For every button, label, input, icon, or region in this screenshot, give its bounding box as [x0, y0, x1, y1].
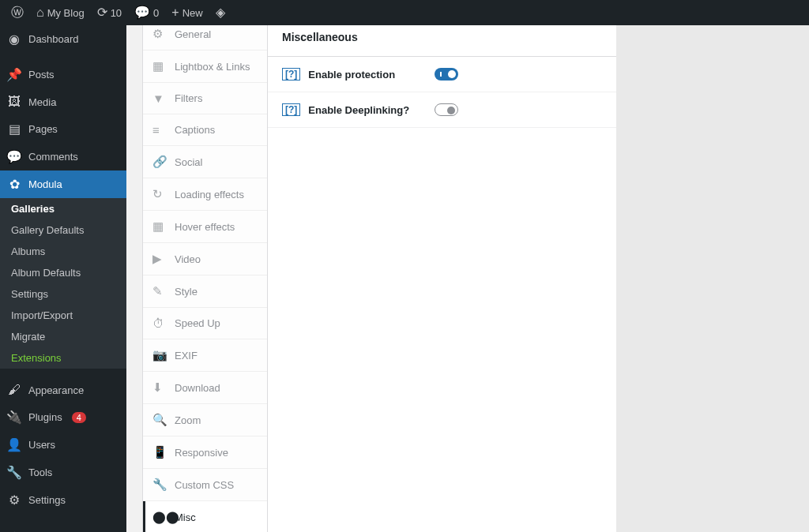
admin-sidebar: ◉Dashboard 📌Posts 🖼Media ▤Pages 💬Comment… [0, 25, 126, 532]
row-label: Enable Deeplinking? [308, 104, 427, 116]
grid-icon: ▦ [152, 59, 167, 73]
row-label: Enable protection [308, 69, 427, 81]
menu-dashboard[interactable]: ◉Dashboard [0, 25, 126, 53]
toggle-deeplinking[interactable] [435, 103, 458, 116]
submenu-galleries[interactable]: Galleries [0, 198, 126, 219]
menu-plugins[interactable]: 🔌Plugins4 [0, 403, 126, 431]
tab-lightbox[interactable]: ▦Lightbox & Links [143, 51, 267, 83]
brush-icon: 🖌 [6, 383, 22, 397]
submenu-migrate[interactable]: Migrate [0, 326, 126, 347]
modula-submenu: Galleries Gallery Defaults Albums Album … [0, 198, 126, 369]
menu-pages[interactable]: ▤Pages [0, 115, 126, 143]
user-icon: 👤 [6, 437, 22, 452]
text-icon: ≡ [152, 123, 167, 137]
download-icon: ⬇ [152, 380, 167, 395]
dashboard-icon: ◉ [6, 32, 22, 47]
comment-icon: 💬 [134, 6, 150, 19]
tab-loading[interactable]: ↻Loading effects [143, 178, 267, 211]
tab-filters[interactable]: ▼Filters [143, 83, 267, 114]
menu-modula[interactable]: ✿Modula [0, 170, 126, 198]
wp-logo[interactable]: ⓦ [5, 0, 30, 25]
tab-zoom[interactable]: 🔍Zoom [143, 404, 267, 436]
tab-speedup[interactable]: ⏱Speed Up [143, 308, 267, 339]
updates-count: 10 [111, 7, 122, 19]
tab-custom-css[interactable]: 🔧Custom CSS [143, 469, 267, 501]
submenu-albums[interactable]: Albums [0, 241, 126, 262]
tab-video[interactable]: ▶Video [143, 243, 267, 275]
reload-icon: ↻ [152, 187, 167, 201]
toggle-protection[interactable] [435, 68, 458, 81]
diamond-icon: ◈ [216, 6, 225, 19]
search-icon: 🔍 [152, 413, 167, 427]
submenu-gallery-defaults[interactable]: Gallery Defaults [0, 219, 126, 241]
site-name: My Blog [47, 7, 85, 19]
tab-hover[interactable]: ▦Hover effects [143, 211, 267, 243]
submenu-settings[interactable]: Settings [0, 283, 126, 305]
help-icon[interactable]: [?] [282, 68, 300, 81]
camera-icon: 📷 [152, 348, 167, 362]
tab-captions[interactable]: ≡Captions [143, 114, 267, 146]
wrench-icon: 🔧 [6, 465, 22, 480]
funnel-icon: ▼ [152, 92, 167, 105]
sliders-icon: ⚙ [6, 493, 22, 508]
gauge-icon: ⏱ [152, 317, 167, 330]
admin-bar: ⓦ ⌂My Blog ⟳10 💬0 +New ◈ [0, 0, 809, 25]
page-icon: ▤ [6, 122, 22, 137]
litespeed-icon: ◈ [6, 528, 22, 532]
comments-count: 0 [153, 7, 159, 19]
submenu-import-export[interactable]: Import/Export [0, 305, 126, 326]
tab-download[interactable]: ⬇Download [143, 372, 267, 404]
menu-users[interactable]: 👤Users [0, 431, 126, 459]
tab-responsive[interactable]: 📱Responsive [143, 436, 267, 469]
plug-icon: 🔌 [6, 410, 22, 425]
plugins-badge: 4 [72, 412, 86, 423]
wrench-icon: 🔧 [152, 478, 167, 492]
phone-icon: 📱 [152, 445, 167, 459]
comments-link[interactable]: 💬0 [128, 0, 165, 25]
submenu-album-defaults[interactable]: Album Defaults [0, 262, 126, 283]
gear-icon: ⚙ [152, 27, 167, 41]
media-icon: 🖼 [6, 95, 22, 109]
plus-icon: + [171, 6, 179, 19]
menu-tools[interactable]: 🔧Tools [0, 459, 126, 486]
help-icon[interactable]: [?] [282, 103, 300, 116]
wordpress-icon: ⓦ [11, 6, 24, 19]
updates-link[interactable]: ⟳10 [91, 0, 128, 25]
right-background [616, 25, 809, 532]
new-label: New [182, 7, 203, 19]
tab-social[interactable]: 🔗Social [143, 146, 267, 178]
panel-title: Miscellaneous [282, 31, 358, 43]
site-name-link[interactable]: ⌂My Blog [30, 0, 91, 25]
new-content-link[interactable]: +New [165, 0, 209, 25]
paint-icon: ✎ [152, 284, 167, 298]
menu-media[interactable]: 🖼Media [0, 88, 126, 115]
comments-icon: 💬 [6, 149, 22, 164]
refresh-icon: ⟳ [97, 6, 107, 19]
settings-tabs: ⚙General ▦Lightbox & Links ▼Filters ≡Cap… [143, 18, 268, 532]
menu-litespeed[interactable]: ◈LiteSpeed Cache [0, 522, 126, 532]
menu-appearance[interactable]: 🖌Appearance [0, 377, 126, 403]
tab-misc[interactable]: ⬤⬤Misc [143, 501, 267, 532]
menu-comments[interactable]: 💬Comments [0, 143, 126, 170]
pin-icon: 📌 [6, 67, 22, 82]
litespeed-link[interactable]: ◈ [209, 0, 231, 25]
dots-icon: ⬤⬤ [152, 510, 167, 524]
tab-style[interactable]: ✎Style [143, 275, 267, 308]
link-icon: 🔗 [152, 155, 167, 169]
hover-icon: ▦ [152, 219, 167, 234]
play-icon: ▶ [152, 252, 167, 266]
gear-icon: ✿ [6, 177, 22, 192]
menu-settings[interactable]: ⚙Settings [0, 486, 126, 514]
tab-exif[interactable]: 📷EXIF [143, 339, 267, 372]
menu-posts[interactable]: 📌Posts [0, 61, 126, 88]
home-icon: ⌂ [36, 6, 44, 19]
submenu-extensions[interactable]: Extensions [0, 347, 126, 369]
